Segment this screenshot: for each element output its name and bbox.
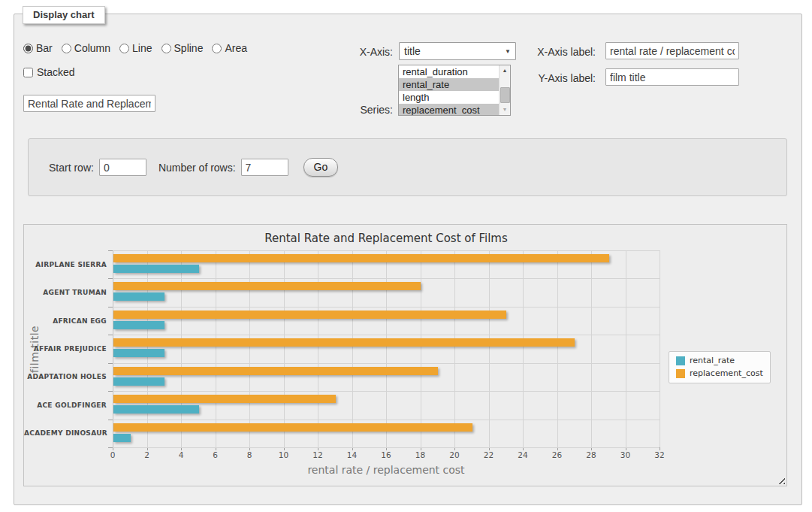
y-axis-category-labels: AIRPLANE SIERRAAGENT TRUMANAFRICAN EGGAF… <box>24 250 107 447</box>
scrollbar-down-icon[interactable]: ▼ <box>500 105 510 115</box>
resize-handle-icon[interactable] <box>776 475 785 484</box>
series-options: rental_durationrental_ratelengthreplacem… <box>399 65 499 115</box>
start-row-label: Start row: <box>49 162 94 174</box>
bar-rental_rate[interactable] <box>113 292 165 301</box>
series-select-label: Series: <box>318 104 393 116</box>
x-axis-label-field-label: X-Axis label: <box>513 46 596 58</box>
x-axis-label-input[interactable] <box>605 42 739 59</box>
chart-legend: rental_ratereplacement_cost <box>669 351 771 383</box>
bar-group <box>113 307 660 335</box>
series-option-length[interactable]: length <box>399 91 499 104</box>
bar-rental_rate[interactable] <box>113 377 165 386</box>
chart-type-option-column[interactable]: Column <box>62 42 110 54</box>
series-option-replacement_cost[interactable]: replacement_cost <box>399 104 499 116</box>
category-label: AFRICAN EGG <box>24 317 107 325</box>
stacked-label: Stacked <box>37 66 75 78</box>
go-button[interactable]: Go <box>303 158 339 177</box>
bar-rental_rate[interactable] <box>113 434 131 442</box>
chart-type-option-label: Column <box>74 42 110 54</box>
chart-type-radio[interactable] <box>212 44 222 53</box>
x-tick-label: 2 <box>144 450 149 459</box>
y-axis-label-field-label: Y-Axis label: <box>513 72 596 84</box>
stacked-checkbox-row[interactable]: Stacked <box>23 66 75 78</box>
chart-type-radio[interactable] <box>119 44 129 53</box>
x-tick-label: 22 <box>484 450 494 459</box>
legend-item-replacement_cost[interactable]: replacement_cost <box>676 368 763 378</box>
bar-rental_rate[interactable] <box>113 265 199 273</box>
category-label: AFFAIR PREJUDICE <box>24 345 107 353</box>
chart-type-radio[interactable] <box>23 44 33 53</box>
series-listbox[interactable]: rental_durationrental_ratelengthreplacem… <box>398 65 511 116</box>
x-tick-label: 8 <box>247 450 252 459</box>
bar-rental_rate[interactable] <box>113 405 199 414</box>
chart-type-option-bar[interactable]: Bar <box>23 42 53 54</box>
bar-group <box>113 363 660 391</box>
chart-container: Rental Rate and Replacement Cost of Film… <box>23 224 787 486</box>
plot-area <box>113 250 660 447</box>
y-axis-label-input[interactable] <box>605 68 739 86</box>
number-of-rows-input[interactable] <box>241 159 288 176</box>
category-label: AGENT TRUMAN <box>24 289 107 296</box>
chart-type-radio[interactable] <box>62 44 71 53</box>
chart-type-option-label: Bar <box>36 42 53 54</box>
legend-swatch <box>676 356 685 365</box>
bar-rental_rate[interactable] <box>113 349 165 357</box>
scrollbar-thumb[interactable] <box>500 87 510 103</box>
chart-type-option-line[interactable]: Line <box>119 42 152 54</box>
number-of-rows-label: Number of rows: <box>158 162 236 174</box>
chart-title: Rental Rate and Replacement Cost of Film… <box>113 232 660 245</box>
x-tick-label: 14 <box>347 450 357 459</box>
series-option-rental_rate[interactable]: rental_rate <box>399 78 499 91</box>
bar-replacement_cost[interactable] <box>113 282 421 290</box>
listbox-scrollbar[interactable]: ▲ ▼ <box>499 65 510 115</box>
x-axis-select[interactable]: title ▼ <box>399 42 516 60</box>
legend-swatch <box>676 369 685 378</box>
x-axis-select-value: title <box>404 45 421 57</box>
series-option-rental_duration[interactable]: rental_duration <box>399 65 499 78</box>
x-tick-label: 6 <box>213 450 218 459</box>
bar-group <box>113 420 660 447</box>
chart-title-input[interactable] <box>23 95 155 112</box>
bar-replacement_cost[interactable] <box>113 423 472 432</box>
x-tick-label: 12 <box>312 450 322 459</box>
bar-rental_rate[interactable] <box>113 321 165 329</box>
x-tick-label: 30 <box>620 450 630 459</box>
start-row-input[interactable] <box>99 159 146 176</box>
x-axis-select-label: X-Axis: <box>318 46 393 58</box>
legend-label: rental_rate <box>690 356 735 365</box>
bar-replacement_cost[interactable] <box>113 367 438 375</box>
chart-type-option-label: Area <box>225 42 247 54</box>
x-axis-tick-labels: 02468101214161820222426283032 <box>113 450 660 461</box>
chart-type-radio[interactable] <box>161 44 171 53</box>
bar-replacement_cost[interactable] <box>113 254 609 262</box>
chart-type-radio-group: BarColumnLineSplineArea <box>23 42 247 54</box>
bar-replacement_cost[interactable] <box>113 311 506 319</box>
x-tick-label: 4 <box>179 450 184 459</box>
dropdown-arrow-icon: ▼ <box>505 48 511 55</box>
x-tick-label: 20 <box>449 450 459 459</box>
bar-replacement_cost[interactable] <box>113 395 336 403</box>
x-tick-label: 28 <box>586 450 596 459</box>
category-label: AIRPLANE SIERRA <box>24 261 107 268</box>
x-tick-label: 16 <box>381 450 391 459</box>
bar-group <box>113 391 660 419</box>
legend-item-rental_rate[interactable]: rental_rate <box>676 356 763 365</box>
panel-title: Display chart <box>23 6 105 24</box>
category-label: ADAPTATION HOLES <box>24 373 107 380</box>
category-label: ACADEMY DINOSAUR <box>24 429 107 437</box>
x-tick-label: 18 <box>415 450 425 459</box>
chart-type-option-label: Line <box>132 42 152 54</box>
bar-group <box>113 278 660 306</box>
chart-type-option-area[interactable]: Area <box>212 42 247 54</box>
x-tick-label: 10 <box>279 450 288 459</box>
legend-label: replacement_cost <box>690 368 763 378</box>
bar-replacement_cost[interactable] <box>113 338 575 347</box>
row-controls-panel: Start row: Number of rows: Go <box>28 138 787 196</box>
x-tick-label: 0 <box>110 450 116 459</box>
x-axis-title: rental rate / replacement cost <box>113 464 660 476</box>
scrollbar-up-icon[interactable]: ▲ <box>500 65 510 76</box>
stacked-checkbox[interactable] <box>23 68 33 77</box>
x-tick-label: 24 <box>518 450 527 459</box>
chart-type-option-spline[interactable]: Spline <box>161 42 204 54</box>
display-chart-panel: Display chart BarColumnLineSplineArea St… <box>14 14 802 505</box>
